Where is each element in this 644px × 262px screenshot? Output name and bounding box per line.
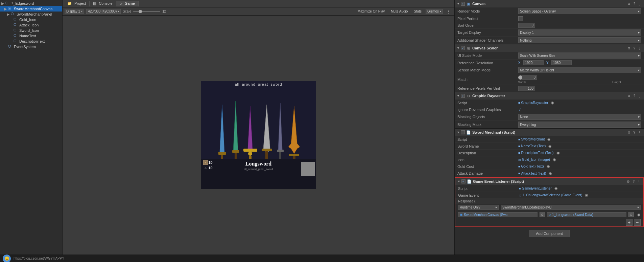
more-icon[interactable]: ⋮ [637,131,642,134]
script-ref: ■ GraphicRaycaster [518,101,548,105]
tab-console[interactable]: ▤ Console [90,1,116,6]
hierarchy-item-attackicon[interactable]: ▶ ⬡ Attack_Icon [0,22,62,28]
graphic-raycaster-checkbox[interactable]: ✓ [461,94,465,98]
settings-icon[interactable]: ⚙ [627,2,631,6]
help-icon[interactable]: ? [633,2,636,6]
y-label: Y [546,61,550,65]
hierarchy-item-descriptiontext[interactable]: ▶ ⬡ DescriptionText [0,39,62,44]
canvas-scaler-header[interactable]: ▼ ✓ ⊞ Canvas Scaler ⚙ ? ⋮ [455,44,644,52]
runtime-dropdown[interactable]: Runtime Only ▾ [458,205,499,210]
sword-small-icon: ⚔ [203,166,208,170]
eye-icon[interactable]: ◉ [547,137,551,141]
hierarchy-item-swordmerchantpanel[interactable]: ▶ ⬡ SwordMerchantPanel [0,12,62,17]
sword-4 [260,105,273,159]
resolution-dropdown[interactable]: 420*380 (420x380) ▾ [86,9,121,14]
more-icon[interactable]: ⋮ [637,94,642,98]
display-dropdown[interactable]: Display 1 ▾ [65,9,84,14]
additional-shader-dropdown[interactable]: Nothing ▾ [518,37,641,43]
add-component-button[interactable]: Add Component [529,230,570,237]
gel-script-value: GameEventListener [522,187,551,190]
render-mode-label: Render Mode [457,9,518,13]
tab-project[interactable]: 📁 Project [64,1,90,6]
canvas-scaler-checkbox[interactable]: ✓ [461,46,465,50]
preview-box [301,162,315,176]
eye-icon[interactable]: ◉ [553,157,556,162]
x-input[interactable]: 1920 [523,60,544,65]
canvas-icon: ▣ [8,6,13,11]
y-input[interactable]: 1080 [551,60,572,65]
eye-icon[interactable]: ◉ [556,151,560,155]
more-icon[interactable]: ⋮ [637,2,642,6]
eye-icon[interactable]: ◉ [547,164,550,169]
svg-marker-0 [220,105,224,157]
maximize-on-play-button[interactable]: Maximize On Play [356,9,387,14]
function-value: SwordMerchant.UpdateDisplayUI [502,205,552,209]
settings-icon[interactable]: ⚙ [627,131,631,134]
collapse-arrow: ▶ [4,7,8,11]
mute-audio-button[interactable]: Mute Audio [389,9,410,14]
hierarchy-item-eventsystem[interactable]: ▶ ⬡ EventSystem [0,44,62,49]
blocking-objects-dropdown[interactable]: None ▾ [518,114,641,120]
obj-ref1-select-button[interactable]: ⊙ [540,212,545,217]
game-event-listener-header[interactable]: ▼ ✓ 📄 Game Event Listener (Script) ⚙ ? ⋮ [455,178,643,185]
canvas-checkbox[interactable]: ✓ [461,2,465,6]
help-icon[interactable]: ? [633,94,636,98]
gizmos-dropdown[interactable]: Gizmos ▾ [426,9,443,14]
settings-icon[interactable]: ⚙ [627,46,631,50]
obj-ref1-row: ▣ SwordMerchantCanvas (Swc ⊙ ◇ 1_Longswo… [455,211,643,218]
gel-script-label: Script [458,187,519,191]
eye-icon[interactable]: ◉ [548,144,552,148]
eye-icon[interactable]: ◉ [585,193,588,197]
settings-icon[interactable]: ⚙ [626,180,630,183]
graphic-raycaster-header[interactable]: ▼ ✓ ⊙ Graphic Raycaster ⚙ ? ⋮ [455,92,644,100]
more-icon[interactable]: ⋮ [637,180,641,183]
description-label: Description [457,151,518,155]
eye-icon[interactable]: ◉ [549,171,552,176]
obj-ref2-select-button[interactable]: ⊙ [628,212,634,217]
y-field: Y 1080 [546,60,572,65]
help-icon[interactable]: ? [632,180,635,183]
hierarchy-item-nametext[interactable]: ▶ ⬡ NameText [0,33,62,39]
game-event-listener-checkbox[interactable]: ✓ [461,179,466,183]
pixel-perfect-checkbox[interactable] [518,16,523,21]
response-label: Response () [458,199,485,203]
sword-merchant-checkbox[interactable] [461,130,465,134]
chevron-down-icon: ▾ [638,39,640,42]
target-display-value: Display 1 [520,31,534,35]
canvas-section-header[interactable]: ▼ ✓ ▣ Canvas ⚙ ? ⋮ [455,0,644,7]
ui-scale-mode-dropdown[interactable]: Scale With Screen Size ▾ [518,52,641,59]
help-icon[interactable]: ? [633,131,636,134]
eye-icon[interactable]: ◉ [551,101,554,105]
hierarchy-item-swordmerchantcanvas[interactable]: ▶ ▣ SwordMerchantCanvas [0,6,62,12]
runtime-value: Runtime Only [460,205,480,209]
blocking-objects-label: Blocking Objects [457,115,518,119]
screen-match-mode-dropdown[interactable]: Match Width Or Height ▾ [518,67,641,73]
blocking-mask-value: Everything [520,123,536,127]
more-icon[interactable]: ⋮ [637,46,642,50]
collapse-arrow: ▶ [1,1,5,6]
help-icon[interactable]: ? [633,46,636,50]
ref-pixels-value: 100 [518,86,535,91]
reference-resolution-row: Reference Resolution X 1920 Y 1080 [455,60,644,66]
remove-button[interactable]: − [634,219,641,226]
settings-icon[interactable]: ⚙ [627,94,631,98]
tab-game[interactable]: ▷ Game [116,1,139,6]
more-options-icon[interactable]: ⋮ [445,9,452,14]
render-mode-dropdown[interactable]: Screen Space - Overlay ▾ [518,8,641,14]
hierarchy-item-goldicon[interactable]: ▶ ⬡ Gold_Icon [0,17,62,22]
hierarchy-item-swordicon[interactable]: ▶ ⬡ Sword_Icon [0,28,62,33]
stats-button[interactable]: Stats [412,9,424,14]
target-display-dropdown[interactable]: Display 1 ▾ [518,29,641,36]
eye-icon[interactable]: ◉ [637,213,641,217]
add-button[interactable]: + [626,219,633,226]
ignore-reversed-checkmark: ✓ [518,107,522,112]
eye-icon[interactable]: ◉ [554,186,558,191]
blocking-objects-row: Blocking Objects None ▾ [455,113,644,121]
scale-slider[interactable] [133,11,160,12]
sword-merchant-header[interactable]: ▼ 📄 Sword Merchant (Script) ⚙ ? ⋮ [455,129,644,136]
sword-name-label: Sword Name [457,144,518,148]
function-dropdown[interactable]: SwordMerchant.UpdateDisplayUI ▾ [501,205,641,210]
icon-label: Icon [457,158,518,162]
blocking-mask-dropdown[interactable]: Everything ▾ [518,122,641,128]
hierarchy-item-7edgesword[interactable]: ▶ ⬡ 7_Edgesword [0,1,62,6]
